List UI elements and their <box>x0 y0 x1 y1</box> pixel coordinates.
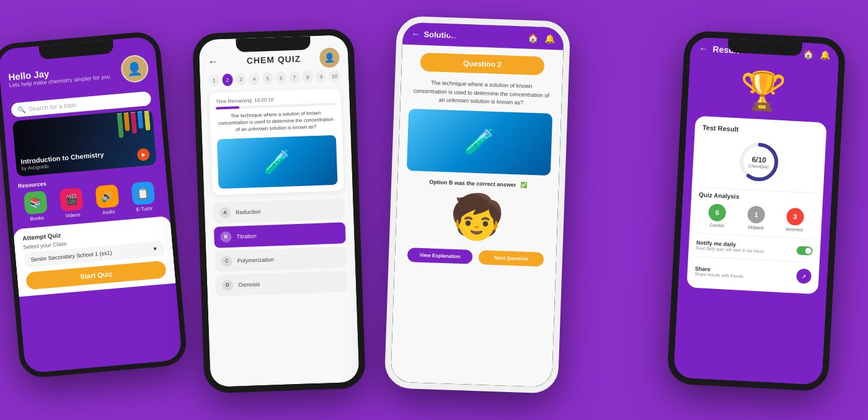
video-card[interactable]: Introduction to Chemistry by Avogrado ▶ <box>12 109 157 177</box>
resource-etutor[interactable]: 📋 E-Tutor <box>126 181 161 213</box>
page-2[interactable]: 2 <box>222 73 233 86</box>
solution-buttons: View Explanation Next Question <box>394 242 556 272</box>
solution-lab-icon: 🧪 <box>464 127 496 157</box>
option-c[interactable]: C Polymerization <box>215 246 347 272</box>
result-home-icon[interactable]: 🏠 <box>803 49 814 60</box>
etutor-icon: 📋 <box>131 181 155 205</box>
trophy-icon: 🏆 <box>687 59 838 123</box>
notify-toggle[interactable] <box>796 246 813 255</box>
result-back-button[interactable]: ← <box>699 43 708 54</box>
page-1[interactable]: 1 <box>208 74 219 87</box>
notch-solution <box>446 24 521 40</box>
page-5[interactable]: 5 <box>262 72 273 85</box>
option-d-letter: D <box>222 279 234 291</box>
quiz-analysis-title: Quiz Analysis <box>699 191 815 204</box>
progress-fill <box>216 106 240 109</box>
checkmark-icon: ✅ <box>520 182 527 188</box>
option-d[interactable]: D Osmosis <box>216 270 348 296</box>
options-list: A Reduction B Titration C Polymerization… <box>204 194 356 300</box>
audio-label: Audio <box>102 209 115 216</box>
videos-icon: 🎬 <box>60 187 84 212</box>
option-a[interactable]: A Reduction <box>213 198 345 223</box>
option-b[interactable]: B Titration <box>214 222 346 248</box>
chevron-down-icon: ▼ <box>152 246 158 252</box>
skipped-badge: 1 <box>747 205 765 223</box>
quiz-back-button[interactable]: ← <box>208 56 218 68</box>
quiz-title: CHEM QUIZ <box>246 54 301 66</box>
question-image: 🧪 <box>217 135 338 189</box>
option-a-letter: A <box>219 207 231 218</box>
correct-item: 6 Correct <box>708 203 727 228</box>
resource-videos[interactable]: 🎬 Videos <box>55 187 89 219</box>
share-button[interactable]: ↗ <box>796 269 812 284</box>
books-label: Books <box>30 215 44 222</box>
attempt-section: Attempt Quiz Select your Class Senior Se… <box>13 216 176 297</box>
solution-question-text: The technique where a solution of known … <box>400 78 562 114</box>
incorrect-label: Incorrect <box>786 227 803 232</box>
result-card: Test Result 6/10 ChemQuiz Quiz Analysis … <box>686 116 826 295</box>
test-result-title: Test Result <box>702 123 819 137</box>
analysis-items: 6 Correct 1 Skipped 3 Incorrect <box>698 203 815 233</box>
character-illustration: 🧒 <box>396 186 559 248</box>
phone-result: ← Result 🏠 🔔 🏆 Test Result 6/10 ChemQuiz <box>666 30 846 392</box>
score-circle: 6/10 ChemQuiz <box>736 139 782 185</box>
question-badge: Question 2 <box>420 53 544 76</box>
lab-image-icon: 🧪 <box>263 148 291 176</box>
correct-badge: 6 <box>708 203 726 221</box>
page-6[interactable]: 6 <box>275 71 286 84</box>
quiz-avatar: 👤 <box>319 47 340 68</box>
incorrect-badge: 3 <box>786 208 804 226</box>
notify-row: Notify me daily Next daily quiz will sta… <box>696 237 813 259</box>
resource-audio[interactable]: 🔊 Audio <box>90 184 125 216</box>
search-placeholder: Search for a topic <box>29 101 78 112</box>
question-text: The technique where a solution of known … <box>216 109 335 134</box>
etutor-label: E-Tutor <box>136 205 153 212</box>
avatar[interactable]: 👤 <box>120 54 149 84</box>
solution-image: 🧪 <box>407 109 552 176</box>
share-row: Share Share results with friends ↗ <box>694 261 812 287</box>
page-10[interactable]: 10 <box>329 69 340 83</box>
bell-icon[interactable]: 🔔 <box>544 34 556 44</box>
correct-answer-label: Option B was the correct answer <box>429 179 516 188</box>
page-4[interactable]: 4 <box>249 73 260 86</box>
correct-label: Correct <box>709 223 724 228</box>
page-7[interactable]: 7 <box>289 71 300 84</box>
incorrect-item: 3 Incorrect <box>786 208 804 232</box>
search-icon: 🔍 <box>17 106 25 114</box>
class-value: Senior Secondary School 1 (ss1) <box>30 249 112 262</box>
books-icon: 📚 <box>24 190 48 215</box>
next-question-button[interactable]: Next Question <box>479 250 544 267</box>
audio-icon: 🔊 <box>95 184 119 208</box>
resource-books[interactable]: 📚 Books <box>19 190 53 222</box>
option-a-text: Reduction <box>236 208 261 215</box>
page-9[interactable]: 9 <box>316 70 327 83</box>
page-3[interactable]: 3 <box>235 73 246 86</box>
notch-quiz <box>236 36 311 52</box>
phone-quiz: ← CHEM QUIZ 👤 1 2 3 4 5 6 7 8 9 10 Time … <box>192 29 366 394</box>
skipped-label: Skipped <box>748 225 764 230</box>
phone-solution: ← Solution 🏠 🔔 Question 2 The technique … <box>384 16 571 393</box>
phone-home: Hello Jay Lets help make chemistry simpl… <box>0 30 188 378</box>
option-d-text: Osmosis <box>238 281 260 288</box>
view-explanation-button[interactable]: View Explanation <box>407 248 473 264</box>
option-c-letter: C <box>221 255 232 267</box>
option-c-text: Polymerization <box>237 256 274 264</box>
question-card: Time Remaining: 19:20:10 The technique w… <box>209 88 344 195</box>
option-b-text: Titration <box>236 233 257 239</box>
skipped-item: 1 Skipped <box>746 205 765 230</box>
home-icon[interactable]: 🏠 <box>528 33 539 43</box>
option-b-letter: B <box>220 231 232 243</box>
result-bell-icon[interactable]: 🔔 <box>820 50 831 60</box>
page-8[interactable]: 8 <box>302 71 313 84</box>
videos-label: Videos <box>65 212 81 218</box>
solution-back-button[interactable]: ← <box>411 29 420 38</box>
